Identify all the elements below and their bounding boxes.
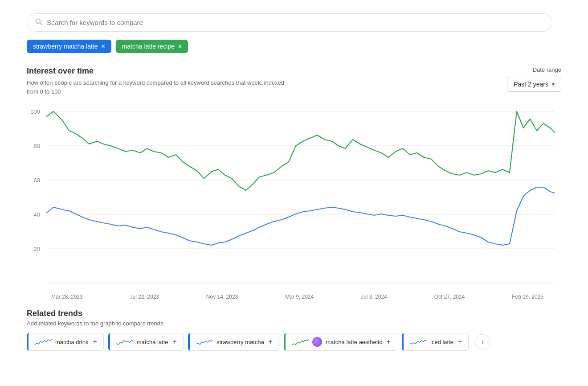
related-tag-label: matcha latte aesthetic	[326, 339, 382, 345]
related-section: Related trends Add related keywords to t…	[27, 309, 561, 351]
mini-chart-matcha-drink	[35, 337, 52, 347]
search-icon	[35, 18, 42, 27]
y-label-100: 100	[30, 108, 40, 115]
x-label-6: Feb 19, 2025	[512, 294, 543, 300]
chart-container: 100 80 60 40 20	[27, 100, 561, 289]
y-label-80: 80	[34, 143, 40, 149]
x-label-3: Mar 9, 2024	[285, 294, 314, 300]
interest-description: How often people are searching for a key…	[27, 78, 285, 96]
tag-label: strawberry matcha latte	[33, 43, 98, 50]
related-tag-label: iced latte	[430, 339, 453, 345]
search-container	[27, 13, 561, 32]
mini-chart-strawberry-matcha	[196, 337, 213, 347]
add-icon[interactable]: +	[93, 338, 97, 346]
mini-chart-matcha-latte	[116, 337, 133, 347]
interest-section: Interest over time How often people are …	[27, 66, 561, 96]
svg-line-1	[40, 23, 42, 25]
y-label-40: 40	[34, 211, 40, 218]
x-label-2: Nov 14, 2023	[206, 294, 238, 300]
search-input[interactable]	[47, 19, 544, 26]
add-icon[interactable]: +	[269, 338, 273, 346]
tag-label: matcha latte recipe	[122, 43, 175, 50]
related-tag-matcha-drink[interactable]: matcha drink +	[27, 333, 104, 351]
chart-svg: 100 80 60 40 20	[27, 100, 561, 287]
green-line	[47, 111, 555, 190]
x-label-4: Jul 3, 2024	[361, 294, 387, 300]
date-range-container: Date range Past 2 years ▾	[507, 66, 561, 92]
avatar-icon	[312, 337, 322, 347]
add-icon[interactable]: +	[173, 338, 177, 346]
y-label-60: 60	[34, 177, 40, 184]
date-range-select[interactable]: Past 2 years ▾	[507, 77, 561, 92]
x-axis-labels: Mar 28, 2023 Jul 22, 2023 Nov 14, 2023 M…	[27, 294, 561, 300]
related-description: Add related keywords to the graph to com…	[27, 320, 561, 327]
related-tag-strawberry-matcha[interactable]: strawberry matcha +	[188, 333, 279, 351]
tag-matcha-latte-recipe[interactable]: matcha latte recipe ×	[116, 40, 188, 53]
interest-text: Interest over time How often people are …	[27, 66, 285, 96]
x-label-1: Jul 22, 2023	[130, 294, 159, 300]
related-tag-label: matcha latte	[137, 339, 168, 345]
tag-strawberry-matcha-latte[interactable]: strawberry matcha latte ×	[27, 40, 111, 53]
chevron-right-button[interactable]: ›	[475, 334, 490, 349]
interest-title: Interest over time	[27, 66, 285, 76]
related-tag-label: strawberry matcha	[216, 339, 264, 345]
search-bar[interactable]	[27, 13, 552, 32]
date-range-value: Past 2 years	[514, 81, 548, 88]
x-label-5: Oct 27, 2024	[434, 294, 465, 300]
tag-close-icon[interactable]: ×	[178, 43, 182, 50]
tag-close-icon[interactable]: ×	[102, 43, 105, 50]
related-tag-matcha-latte[interactable]: matcha latte +	[108, 333, 184, 351]
add-icon[interactable]: +	[387, 338, 391, 346]
tags-row: strawberry matcha latte × matcha latte r…	[27, 40, 561, 53]
related-tag-label: matcha drink	[55, 339, 88, 345]
related-tag-iced-latte[interactable]: iced latte +	[402, 333, 469, 351]
mini-chart-iced-latte	[410, 337, 427, 347]
blue-line	[47, 187, 555, 245]
x-label-0: Mar 28, 2023	[51, 294, 83, 300]
mini-chart-matcha-latte-aesthetic	[292, 337, 309, 347]
date-range-label: Date range	[533, 66, 561, 73]
related-tag-matcha-latte-aesthetic[interactable]: matcha latte aesthetic +	[284, 333, 397, 351]
related-tags-row: matcha drink + matcha latte + strawberry…	[27, 333, 561, 351]
y-label-20: 20	[34, 246, 40, 252]
related-title: Related trends	[27, 309, 561, 318]
chevron-down-icon: ▾	[552, 81, 555, 87]
add-icon[interactable]: +	[458, 338, 462, 346]
